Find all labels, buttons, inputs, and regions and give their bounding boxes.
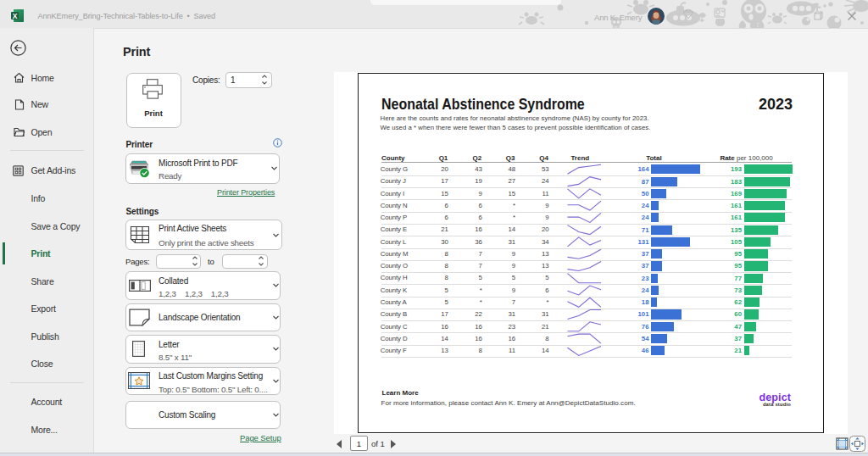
svg-text:X: X	[13, 12, 18, 20]
